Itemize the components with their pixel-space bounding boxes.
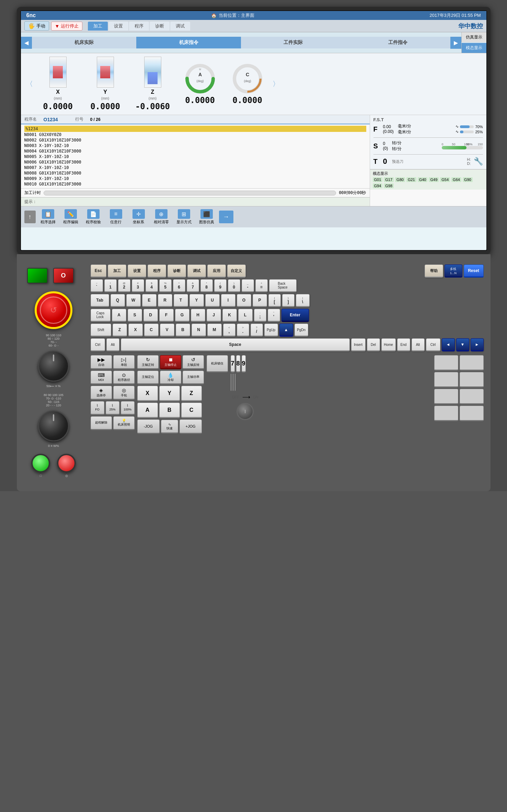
key-r[interactable]: R [158,294,172,307]
key-rbracket[interactable]: } ] [282,294,295,307]
toolbar-btn-any-line[interactable]: ≡ 任意行 [106,208,126,226]
key-25pct[interactable]: ⌇ 25% [106,401,119,415]
axis-tab-workpiece-actual[interactable]: 工件实际 [241,37,346,48]
key-b[interactable]: B [176,324,190,337]
axis-tab-right[interactable]: ▶ [450,37,461,49]
key-fo[interactable]: ⌇ FO [91,401,104,415]
key-minus[interactable]: _ - [242,279,254,292]
key-pgdn[interactable]: PgDn [295,324,308,337]
key-reset[interactable]: Reset [464,264,484,278]
key-axis-x[interactable]: X [137,386,158,401]
key-o[interactable]: O [237,294,251,307]
nav-tab-program[interactable]: 程序 [129,22,149,31]
key-1[interactable]: ! 1 [104,279,117,292]
power-off-button[interactable]: O [53,268,74,283]
key-single[interactable]: ▷| 单段 [113,355,135,369]
key-func-diag[interactable]: 诊断 [168,264,186,278]
key-i[interactable]: I [221,294,235,307]
key-7[interactable]: & 7 [187,279,199,292]
key-lbracket[interactable]: { [ [268,294,281,307]
key-t[interactable]: T [174,294,188,307]
nav-tab-diag[interactable]: 诊断 [150,22,170,31]
key-4[interactable]: $ 4 [146,279,158,292]
key-axis-a[interactable]: A [137,403,158,418]
key-multi[interactable]: 多线1...N [445,264,462,278]
feed-knob[interactable] [38,410,69,441]
key-mdi[interactable]: ⌨ MDI [91,371,112,385]
key-num-8[interactable]: 8 [236,355,240,372]
key-handwheel[interactable]: ◎ 手轮 [113,386,135,400]
key-comma[interactable]: < , [223,324,235,337]
key-spindle-rev[interactable]: ↺ 主轴反转 [183,355,204,369]
key-coolant[interactable]: 💧 冷却 [160,371,181,385]
key-ctrl-l[interactable]: Ctrl [91,338,105,351]
key-num-9[interactable]: 9 [242,355,246,372]
key-machine-lock[interactable]: 机床锁住 [207,355,228,372]
key-shift-l[interactable]: Shift [91,324,111,337]
key-insert[interactable]: Insert [351,338,366,351]
key-q[interactable]: Q [111,294,125,307]
toolbar-btn-prog-edit[interactable]: ✏️ 程序编辑 [60,208,81,226]
mode-display-btn[interactable]: 模态显示 [461,43,486,53]
key-spindle-stop[interactable]: ⏹ 主轴停止 [160,355,181,369]
sim-display-btn[interactable]: 仿真显示 [461,32,486,42]
key-u[interactable]: U [205,294,220,307]
key-jog-minus[interactable]: -JOG [137,419,160,434]
key-spindle-pos[interactable]: 主轴定位 [137,371,159,385]
key-e[interactable]: E [142,294,157,307]
nav-tab-machining[interactable]: 加工 [88,22,108,31]
key-alt-l[interactable]: Alt [106,338,119,351]
key-backspace[interactable]: BackSpace [269,279,297,292]
axis-tab-machine-actual[interactable]: 机床实际 [32,37,137,48]
key-onoff-switch[interactable]: I [237,403,254,420]
axis-prev-arrow[interactable]: 〈 [26,79,33,89]
key-opt-stop[interactable]: ◈ 选择停 [91,386,112,400]
key-m[interactable]: M [207,324,222,337]
key-space[interactable]: Space [121,338,350,351]
key-v[interactable]: V [160,324,174,337]
key-func-debug[interactable]: 调试 [187,264,206,278]
key-axis-c[interactable]: C [181,403,202,418]
toolbar-btn-display[interactable]: ⊞ 显示方式 [174,208,194,226]
nav-tab-settings[interactable]: 设置 [108,22,128,31]
key-s[interactable]: S [128,309,142,322]
key-tab[interactable]: Tab [91,294,109,307]
key-right[interactable]: ► [471,338,484,351]
key-9[interactable]: ( 9 [214,279,227,292]
key-axis-b[interactable]: B [159,403,180,418]
key-func-machining[interactable]: 加工 [108,264,126,278]
estop-button[interactable]: ↺ [35,291,72,329]
key-100pct[interactable]: ⌇ 100% [121,401,135,415]
key-func-settings[interactable]: 设置 [128,264,146,278]
key-h[interactable]: H [191,309,205,322]
key-a[interactable]: A [112,309,126,322]
toolbar-up-arrow[interactable]: ↑ [24,211,36,223]
toolbar-right-arrow[interactable]: → [219,211,233,223]
key-g[interactable]: G [175,309,189,322]
key-func-program[interactable]: 程序 [148,264,166,278]
key-help[interactable]: 帮助 [425,264,443,278]
key-alt-r[interactable]: Alt [412,338,425,351]
key-period[interactable]: > . [237,324,249,337]
key-f[interactable]: F [159,309,174,322]
key-2[interactable]: @ 2 [118,279,130,292]
key-axis-y[interactable]: Y [159,386,180,401]
key-esc[interactable]: Esc [91,264,106,278]
key-left[interactable]: ◄ [442,338,455,351]
key-num-7[interactable]: 7 [231,355,235,372]
key-0[interactable]: ) 0 [228,279,240,292]
key-d[interactable]: D [143,309,158,322]
axis-tab-workpiece-cmd[interactable]: 工件指令 [346,37,450,48]
key-auto[interactable]: ▶▶ 自动 [91,355,112,369]
axis-tab-left[interactable]: ◀ [21,37,32,49]
key-slash[interactable]: ? / [251,324,263,337]
key-j[interactable]: J [207,309,221,322]
axis-next-arrow[interactable]: 〉 [273,79,279,89]
toolbar-btn-rel-zero[interactable]: ⊕ 相对清零 [151,208,172,226]
toolbar-btn-prog-check[interactable]: 📄 程序校验 [83,208,104,226]
key-del[interactable]: Del [367,338,380,351]
key-backslash[interactable]: | \ [296,294,310,307]
axis-tab-machine-cmd[interactable]: 机床指令 [136,37,241,48]
key-backtick[interactable]: ~ ` [91,279,103,292]
key-spindle-fwd[interactable]: ↻ 主轴正转 [137,355,159,369]
